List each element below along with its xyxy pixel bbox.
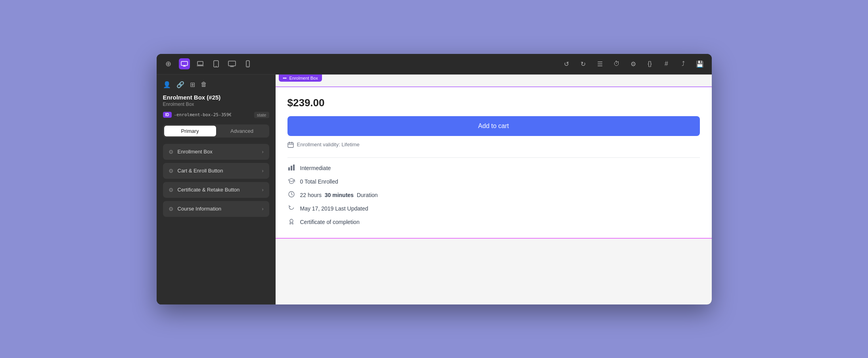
menu-label-cart: Cart & Enroll Button: [178, 168, 223, 174]
history-icon[interactable]: ⏱: [611, 58, 622, 69]
info-text-duration: 22 hours 30 minutes Duration: [300, 192, 378, 198]
price: $239.00: [287, 97, 700, 109]
top-toolbar: ⊕: [157, 54, 712, 75]
info-text-level: Intermediate: [300, 165, 331, 171]
id-badge: ID: [163, 112, 172, 118]
info-item-duration: 22 hours 30 minutes Duration: [287, 191, 700, 199]
svg-rect-11: [288, 167, 290, 170]
menu-item-course-info[interactable]: ⚙ Course Information ›: [163, 201, 269, 217]
state-badge: state: [254, 112, 269, 118]
chevron-icon-cert: ›: [262, 187, 264, 193]
menu-left-course: ⚙ Course Information: [169, 206, 222, 212]
trash-icon[interactable]: 🗑: [201, 81, 207, 88]
desktop-icon[interactable]: [179, 58, 190, 69]
tablet-icon[interactable]: [211, 58, 222, 69]
enrollment-validity-text: Enrollment validity: Lifetime: [297, 142, 360, 147]
svg-rect-10: [288, 143, 293, 147]
phone-icon[interactable]: [242, 58, 253, 69]
divider: [287, 157, 700, 158]
tab-primary[interactable]: Primary: [164, 126, 216, 136]
layout-icon[interactable]: ☰: [594, 58, 605, 69]
sidebar-action-icons: 👤 🔗 ⊞ 🗑: [163, 81, 269, 88]
menu-label-cert: Certificate & Retake Button: [178, 187, 240, 193]
info-item-certificate: Certificate of completion: [287, 218, 700, 226]
gear-icon-enrollment: ⚙: [169, 149, 174, 155]
add-icon[interactable]: ⊕: [163, 58, 174, 69]
info-text-enrolled: 0 Total Enrolled: [300, 178, 338, 185]
sidebar: 👤 🔗 ⊞ 🗑 Enrolment Box (#25) Enrolment Bo…: [157, 75, 276, 304]
menu-left-enrollment: ⚙ Enrollment Box: [169, 149, 213, 155]
svg-point-7: [283, 77, 284, 78]
enrolment-tag-label: Enrolment Box: [289, 76, 318, 80]
grid-icon[interactable]: #: [661, 58, 672, 69]
menu-label-course: Course Information: [178, 206, 222, 212]
grid-plus-icon[interactable]: ⊞: [190, 81, 195, 88]
enrollment-validity: Enrollment validity: Lifetime: [287, 142, 700, 148]
toolbar-right: ↺ ↻ ☰ ⏱ ⚙ {} # ⤴ 💾: [561, 58, 705, 69]
export-icon[interactable]: ⤴: [678, 58, 689, 69]
menu-left-cert: ⚙ Certificate & Retake Button: [169, 187, 240, 193]
main-window: ⊕: [157, 54, 712, 304]
menu-item-certificate[interactable]: ⚙ Certificate & Retake Button ›: [163, 182, 269, 198]
link-icon[interactable]: 🔗: [176, 81, 184, 88]
settings-icon[interactable]: ⚙: [628, 58, 639, 69]
code-icon[interactable]: {}: [644, 58, 655, 69]
svg-rect-12: [291, 166, 292, 170]
tabs-row: Primary Advanced: [163, 124, 269, 138]
gear-icon-cart: ⚙: [169, 168, 174, 174]
gear-icon-course: ⚙: [169, 206, 174, 212]
info-item-enrolled: 0 Total Enrolled: [287, 178, 700, 186]
clock-icon: [287, 191, 295, 199]
chevron-icon-enrollment: ›: [262, 149, 264, 155]
svg-point-6: [247, 66, 248, 67]
content-inner: $239.00 Add to cart Enrollment validity:…: [276, 86, 712, 239]
svg-rect-1: [197, 61, 203, 65]
menu-item-cart-enroll[interactable]: ⚙ Cart & Enroll Button ›: [163, 163, 269, 179]
svg-point-9: [285, 77, 286, 78]
gear-icon-cert: ⚙: [169, 187, 174, 193]
menu-left-cart: ⚙ Cart & Enroll Button: [169, 168, 223, 174]
svg-rect-13: [293, 165, 295, 170]
info-item-updated: May 17, 2019 Last Updated: [287, 205, 700, 213]
info-text-updated: May 17, 2019 Last Updated: [300, 205, 368, 212]
svg-point-8: [284, 77, 285, 78]
chevron-icon-cart: ›: [262, 168, 264, 174]
svg-rect-4: [228, 61, 236, 66]
bar-chart-icon: [287, 164, 295, 172]
svg-point-3: [216, 66, 217, 67]
info-item-level: Intermediate: [287, 164, 700, 172]
menu-label-enrollment: Enrollment Box: [178, 149, 213, 155]
info-text-certificate: Certificate of completion: [300, 219, 360, 225]
main-layout: 👤 🔗 ⊞ 🗑 Enrolment Box (#25) Enrolment Bo…: [157, 75, 712, 304]
tab-advanced[interactable]: Advanced: [216, 126, 268, 136]
refresh-icon: [287, 205, 295, 213]
sidebar-title: Enrolment Box (#25): [163, 94, 269, 101]
certificate-icon: [287, 218, 295, 226]
id-value: -enrolment-box-25-359€: [174, 112, 252, 117]
chevron-icon-course: ›: [262, 206, 264, 212]
calendar-icon: [287, 142, 294, 148]
redo-icon[interactable]: ↻: [578, 58, 589, 69]
save-icon[interactable]: 💾: [694, 58, 705, 69]
svg-point-15: [290, 219, 293, 222]
sidebar-subtitle: Enrolment Box: [163, 101, 269, 107]
toolbar-left: ⊕: [163, 58, 253, 69]
graduation-icon: [287, 178, 295, 186]
user-group-icon[interactable]: 👤: [163, 81, 171, 88]
laptop-icon[interactable]: [195, 58, 206, 69]
id-row: ID -enrolment-box-25-359€ state: [163, 112, 269, 118]
content-area: Enrolment Box $239.00 Add to cart Enroll…: [276, 75, 712, 304]
undo-icon[interactable]: ↺: [561, 58, 572, 69]
menu-item-enrollment-box[interactable]: ⚙ Enrollment Box ›: [163, 144, 269, 160]
svg-rect-0: [181, 61, 188, 65]
info-list: Intermediate 0 Total Enrolled: [287, 164, 700, 226]
enrolment-tag: Enrolment Box: [279, 75, 322, 82]
add-to-cart-button[interactable]: Add to cart: [287, 116, 700, 136]
tv-icon[interactable]: [226, 58, 238, 69]
